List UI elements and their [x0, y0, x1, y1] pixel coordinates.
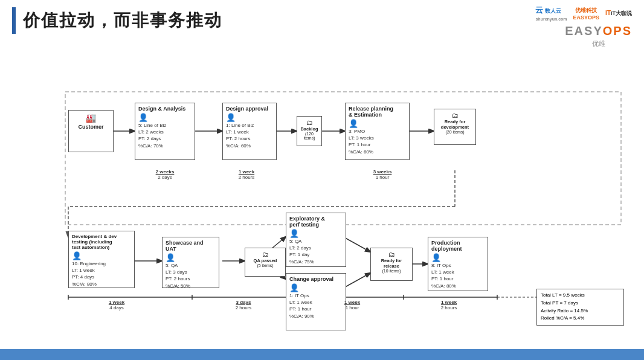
- title-accent: [12, 7, 16, 34]
- timing-bottom-2: 3 days 2 hours: [213, 300, 274, 310]
- diagram-content: 🏭 Customer Design & Analysis 👤 5: Line o…: [0, 37, 644, 339]
- production-title: Productiondeployment: [431, 240, 485, 252]
- showcase-uat-box: Showcase andUAT 👤 5: QA LT: 3 days PT: 2…: [162, 237, 219, 288]
- production-details: 8: IT Ops LT: 1 week PT: 1 hour %C/A: 80…: [431, 262, 485, 289]
- change-approval-icon: 👤: [289, 283, 299, 292]
- release-planning-details: 3: PMO LT: 3 weeks PT: 1 hour %C/A: 60%: [349, 128, 406, 155]
- svg-line-14: [343, 273, 370, 288]
- timing-2: 1 week 2 hours: [222, 169, 271, 180]
- backlog-icon: 🗂: [306, 119, 313, 126]
- qa-passed-count: (5 items): [248, 263, 282, 268]
- ready-release-title: Ready forrelease: [374, 258, 409, 269]
- svg-line-13: [343, 237, 370, 252]
- ready-release-count: (10 items): [374, 269, 409, 273]
- header: 价值拉动，而非事务推动 云 数人云 shurenyun.com 优维科技 EAS…: [0, 0, 644, 37]
- design-analysis-title: Design & Analysis: [138, 106, 192, 112]
- slide: 价值拉动，而非事务推动 云 数人云 shurenyun.com 优维科技 EAS…: [0, 0, 644, 360]
- production-box: Productiondeployment 👤 8: IT Ops LT: 1 w…: [428, 237, 488, 291]
- design-analysis-box: Design & Analysis 👤 5: Line of Biz LT: 2…: [135, 103, 195, 160]
- dev-testing-details: 10: Engineering LT: 1 week PT: 4 days %C…: [72, 260, 131, 288]
- ready-release-icon: 🗂: [388, 251, 395, 258]
- design-approval-title: Design approval: [226, 106, 273, 112]
- timing-bottom-4: 1 week 2 hours: [425, 300, 473, 310]
- exploratory-details: 5: QA LT: 2 days PT: 1 day %C/A: 75%: [289, 238, 343, 265]
- showcase-icon: 👤: [166, 253, 175, 262]
- change-approval-title: Change approval: [289, 276, 343, 282]
- dev-testing-box: Development & devtesting (includingtest …: [68, 231, 135, 288]
- design-approval-icon: 👤: [226, 113, 236, 122]
- activity-ratio: Activity Ratio = 14.5%: [541, 307, 620, 315]
- design-approval-box: Design approval 👤 1: Line of Biz LT: 1 w…: [222, 103, 277, 160]
- release-planning-box: Release planning& Estimation 👤 3: PMO LT…: [345, 103, 410, 160]
- release-planning-title: Release planning& Estimation: [349, 106, 406, 118]
- timing-1: 2 weeks 2 days: [132, 169, 198, 180]
- customer-label: Customer: [78, 124, 103, 130]
- bottom-bar: [0, 349, 644, 360]
- showcase-details: 5: QA LT: 3 days PT: 2 hours %C/A: 50%: [166, 262, 216, 289]
- itda-logo: ITIT大咖说: [605, 10, 632, 18]
- qa-passed-title: QA passed: [248, 258, 282, 263]
- exploratory-title: Exploratory &perf testing: [289, 216, 343, 228]
- ready-dev-box: 🗂 Ready fordevelopment (20 items): [434, 109, 476, 145]
- backlog-box: 🗂 Backlog (120 items): [297, 116, 322, 146]
- ready-dev-title: Ready fordevelopment: [437, 119, 472, 130]
- qa-passed-icon: 🗂: [262, 251, 269, 258]
- total-lt: Total LT = 9.5 weeks: [541, 292, 620, 300]
- shuren-logo: 云 数人云 shurenyun.com: [535, 5, 567, 22]
- ready-release-box: 🗂 Ready forrelease (10 items): [370, 248, 413, 281]
- design-analysis-details: 5: Line of Biz LT: 2 weeks PT: 2 days %C…: [138, 122, 192, 149]
- value-stream-diagram: 🏭 Customer Design & Analysis 👤 5: Line o…: [14, 37, 630, 339]
- total-pt: Total PT = 7 days: [541, 300, 620, 307]
- backlog-title: Backlog: [300, 126, 318, 132]
- qa-passed-box: 🗂 QA passed (5 items): [245, 248, 286, 277]
- production-icon: 👤: [431, 253, 441, 262]
- customer-box: 🏭 Customer: [68, 110, 114, 152]
- customer-icon: 🏭: [72, 113, 110, 123]
- dev-testing-icon: 👤: [72, 251, 82, 260]
- design-approval-details: 1: Line of Biz LT: 1 week PT: 2 hours %C…: [226, 122, 273, 149]
- easyops-top-logo: 优维科技 EASYOPS: [573, 7, 600, 21]
- release-planning-icon: 👤: [349, 119, 358, 128]
- timing-bottom-3: 1 week 1 hour: [328, 300, 376, 310]
- timing-bottom-1: 1 week 4 days: [86, 300, 147, 310]
- timing-3: 3 weeks 1 hour: [355, 169, 410, 180]
- exploratory-icon: 👤: [289, 229, 299, 238]
- design-analysis-icon: 👤: [138, 113, 148, 122]
- showcase-title: Showcase andUAT: [166, 240, 216, 252]
- rolled-ca: Rolled %C/A = 5.4%: [541, 315, 620, 323]
- ready-dev-count: (20 items): [437, 130, 472, 134]
- page-title: 价值拉动，而非事务推动: [23, 9, 222, 32]
- backlog-count: (120 items): [300, 132, 318, 140]
- summary-box: Total LT = 9.5 weeks Total PT = 7 days A…: [536, 289, 624, 326]
- ready-dev-icon: 🗂: [452, 112, 459, 119]
- exploratory-box: Exploratory &perf testing 👤 5: QA LT: 2 …: [286, 213, 346, 267]
- dev-testing-title: Development & devtesting (includingtest …: [72, 234, 131, 250]
- logo-row-top: 云 数人云 shurenyun.com 优维科技 EASYOPS ITIT大咖说: [535, 5, 632, 22]
